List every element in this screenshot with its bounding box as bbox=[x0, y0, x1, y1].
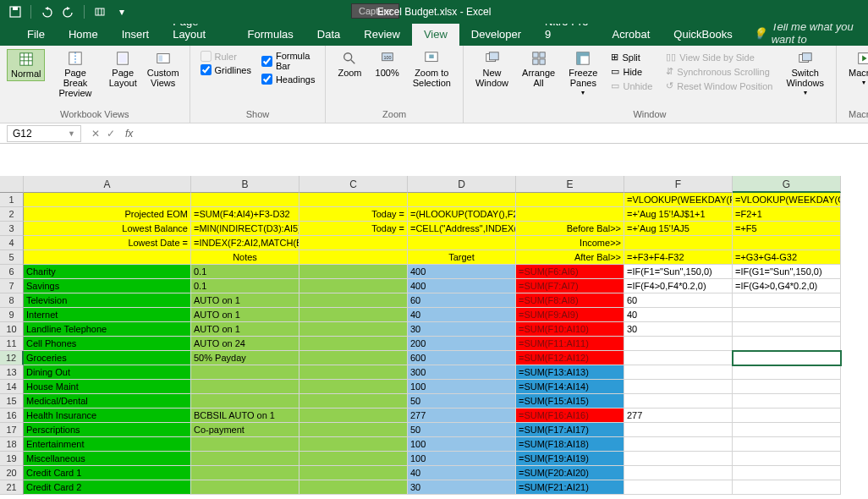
cell-B18[interactable] bbox=[191, 437, 299, 452]
hide-button[interactable]: ▭Hide bbox=[607, 65, 656, 78]
cell-A9[interactable]: Internet bbox=[24, 308, 191, 322]
cell-C13[interactable] bbox=[299, 365, 408, 380]
cell-A19[interactable]: Miscellaneous bbox=[24, 452, 191, 466]
cell-E16[interactable]: =SUM(F16:AI16) bbox=[516, 409, 624, 423]
col-header-G[interactable]: G bbox=[733, 176, 841, 193]
col-header-D[interactable]: D bbox=[408, 176, 516, 193]
cell-G14[interactable] bbox=[733, 380, 841, 394]
freeze-panes-button[interactable]: Freeze Panes▾ bbox=[563, 49, 602, 99]
cell-F4[interactable] bbox=[624, 236, 733, 250]
cells-grid[interactable]: =VLOOKUP(WEEKDAY(F2=VLOOKUP(WEEKDAY(GPro… bbox=[24, 193, 841, 495]
cell-A14[interactable]: House Maint bbox=[24, 380, 191, 394]
cell-A3[interactable]: Lowest Balance bbox=[24, 222, 191, 236]
cell-C15[interactable] bbox=[299, 394, 408, 409]
cell-C6[interactable] bbox=[299, 265, 408, 279]
cell-A20[interactable]: Credit Card 1 bbox=[24, 466, 191, 480]
cell-F10[interactable]: 30 bbox=[624, 322, 733, 337]
cell-B6[interactable]: 0.1 bbox=[191, 265, 299, 279]
cell-F9[interactable]: 40 bbox=[624, 308, 733, 322]
unhide-button[interactable]: ▭Unhide bbox=[607, 80, 656, 92]
row-header-10[interactable]: 10 bbox=[0, 322, 24, 337]
tab-acrobat[interactable]: Acrobat bbox=[601, 24, 662, 46]
cell-E10[interactable]: =SUM(F10:AI10) bbox=[516, 322, 624, 337]
custom-views-button[interactable]: Custom Views bbox=[144, 49, 183, 90]
row-header-12[interactable]: 12 bbox=[0, 351, 24, 365]
cell-B3[interactable]: =MIN(INDIRECT(D3):AI5) bbox=[191, 222, 299, 236]
cell-A17[interactable]: Perscriptions bbox=[24, 423, 191, 437]
row-header-15[interactable]: 15 bbox=[0, 394, 24, 409]
cell-D16[interactable]: 277 bbox=[408, 409, 516, 423]
cell-F11[interactable] bbox=[624, 337, 733, 351]
cell-B7[interactable]: 0.1 bbox=[191, 279, 299, 293]
row-header-9[interactable]: 9 bbox=[0, 308, 24, 322]
cell-D6[interactable]: 400 bbox=[408, 265, 516, 279]
cell-C17[interactable] bbox=[299, 423, 408, 437]
new-window-button[interactable]: New Window bbox=[470, 49, 514, 90]
cell-C2[interactable]: Today = bbox=[299, 207, 408, 222]
cell-C5[interactable] bbox=[299, 250, 408, 265]
row-header-17[interactable]: 17 bbox=[0, 423, 24, 437]
macros-button[interactable]: Macros▾ bbox=[843, 49, 868, 89]
reset-window-button[interactable]: ↺Reset Window Position bbox=[662, 80, 776, 92]
col-header-E[interactable]: E bbox=[516, 176, 624, 193]
cell-B14[interactable] bbox=[191, 380, 299, 394]
cell-E15[interactable]: =SUM(F15:AI15) bbox=[516, 394, 624, 409]
cell-G4[interactable] bbox=[733, 236, 841, 250]
name-box-dropdown-icon[interactable]: ▼ bbox=[68, 129, 75, 138]
cell-G9[interactable] bbox=[733, 308, 841, 322]
gridlines-checkbox[interactable]: Gridlines bbox=[201, 64, 251, 75]
cell-D8[interactable]: 60 bbox=[408, 293, 516, 308]
sync-scroll-button[interactable]: ⇵Synchronous Scrolling bbox=[662, 65, 776, 78]
normal-view-button[interactable]: Normal bbox=[7, 49, 45, 81]
cell-A7[interactable]: Savings bbox=[24, 279, 191, 293]
row-header-20[interactable]: 20 bbox=[0, 466, 24, 480]
cell-G5[interactable]: =+G3+G4-G32 bbox=[733, 250, 841, 265]
cell-C21[interactable] bbox=[299, 480, 408, 495]
cell-F16[interactable]: 277 bbox=[624, 409, 733, 423]
row-header-6[interactable]: 6 bbox=[0, 265, 24, 279]
cell-F7[interactable]: =IF(F4>0,F4*0.2,0) bbox=[624, 279, 733, 293]
cell-A21[interactable]: Credit Card 2 bbox=[24, 480, 191, 495]
cell-F17[interactable] bbox=[624, 423, 733, 437]
zoom-to-selection-button[interactable]: Zoom to Selection bbox=[408, 49, 456, 90]
cell-E3[interactable]: Before Bal>> bbox=[516, 222, 624, 236]
cell-F20[interactable] bbox=[624, 466, 733, 480]
cell-F2[interactable]: =+'Aug 15'!AJ$1+1 bbox=[624, 207, 733, 222]
row-header-11[interactable]: 11 bbox=[0, 337, 24, 351]
cell-C8[interactable] bbox=[299, 293, 408, 308]
cell-F13[interactable] bbox=[624, 365, 733, 380]
cell-G1[interactable]: =VLOOKUP(WEEKDAY(G bbox=[733, 193, 841, 207]
cancel-formula-icon[interactable]: ✕ bbox=[91, 128, 100, 140]
tab-quickbooks[interactable]: QuickBooks bbox=[662, 24, 744, 46]
cell-D9[interactable]: 40 bbox=[408, 308, 516, 322]
page-layout-button[interactable]: Page Layout bbox=[106, 49, 140, 90]
cell-D10[interactable]: 30 bbox=[408, 322, 516, 337]
name-box[interactable]: G12▼ bbox=[7, 125, 81, 142]
cell-C1[interactable] bbox=[299, 193, 408, 207]
cell-F1[interactable]: =VLOOKUP(WEEKDAY(F2 bbox=[624, 193, 733, 207]
cell-A11[interactable]: Cell Phones bbox=[24, 337, 191, 351]
save-icon[interactable] bbox=[8, 5, 22, 19]
select-all-corner[interactable] bbox=[0, 176, 24, 193]
row-header-4[interactable]: 4 bbox=[0, 236, 24, 250]
undo-icon[interactable] bbox=[40, 5, 53, 19]
row-header-8[interactable]: 8 bbox=[0, 293, 24, 308]
cell-B20[interactable] bbox=[191, 466, 299, 480]
cell-B10[interactable]: AUTO on 1 bbox=[191, 322, 299, 337]
cell-E12[interactable]: =SUM(F12:AI12) bbox=[516, 351, 624, 365]
cell-F18[interactable] bbox=[624, 437, 733, 452]
cell-D13[interactable]: 300 bbox=[408, 365, 516, 380]
cell-C7[interactable] bbox=[299, 279, 408, 293]
cell-A1[interactable] bbox=[24, 193, 191, 207]
page-break-preview-button[interactable]: Page Break Preview bbox=[48, 49, 102, 100]
cell-B16[interactable]: BCBSIL AUTO on 1 bbox=[191, 409, 299, 423]
split-button[interactable]: ⊞Split bbox=[607, 51, 656, 63]
tab-insert[interactable]: Insert bbox=[110, 24, 162, 46]
cell-D17[interactable]: 50 bbox=[408, 423, 516, 437]
cell-E13[interactable]: =SUM(F13:AI13) bbox=[516, 365, 624, 380]
cell-B1[interactable] bbox=[191, 193, 299, 207]
cell-E21[interactable]: =SUM(F21:AI21) bbox=[516, 480, 624, 495]
cell-D21[interactable]: 30 bbox=[408, 480, 516, 495]
cell-G21[interactable] bbox=[733, 480, 841, 495]
tab-view[interactable]: View bbox=[412, 24, 459, 46]
